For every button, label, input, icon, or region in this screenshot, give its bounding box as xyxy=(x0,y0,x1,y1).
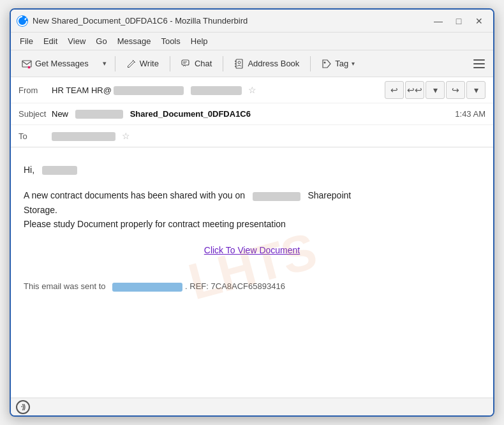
link-paragraph: Click To View Document xyxy=(24,243,480,257)
hamburger-line-2 xyxy=(473,63,485,64)
svg-rect-3 xyxy=(182,60,189,65)
from-redacted-2 xyxy=(191,86,242,95)
get-messages-button[interactable]: Get Messages xyxy=(15,54,96,74)
svg-rect-1 xyxy=(22,61,31,67)
body-line1: A new contract documents has been shared… xyxy=(24,188,480,202)
menu-file[interactable]: File xyxy=(15,34,38,48)
menu-tools[interactable]: Tools xyxy=(156,34,185,48)
email-time: 1:43 AM xyxy=(455,109,485,119)
greeting-redacted xyxy=(42,166,77,175)
write-icon xyxy=(126,59,137,69)
hamburger-line-3 xyxy=(473,67,485,68)
nav-more-button[interactable]: ▾ xyxy=(466,81,485,99)
subject-redacted xyxy=(75,110,123,119)
gap-1 xyxy=(24,177,480,188)
tag-icon xyxy=(322,59,332,69)
menu-bar: File Edit View Go Message Tools Help xyxy=(11,33,493,50)
chat-icon xyxy=(181,59,191,69)
forward-button[interactable]: ↪ xyxy=(446,81,465,99)
hamburger-menu-button[interactable] xyxy=(469,54,489,74)
greeting-line: Hi, xyxy=(24,163,480,177)
subject-bold: Shared_Document_0DFDA1C6 xyxy=(130,109,251,119)
gap-3 xyxy=(24,257,480,269)
write-button[interactable]: Write xyxy=(119,54,166,74)
to-label: To xyxy=(19,131,52,141)
svg-point-11 xyxy=(324,61,326,63)
tag-dropdown-arrow: ▾ xyxy=(352,60,355,67)
get-messages-icon xyxy=(22,59,32,69)
address-book-icon xyxy=(234,59,244,69)
svg-point-7 xyxy=(238,61,241,64)
footer-line: This email was sent to . REF: 7CA8ACF658… xyxy=(24,280,480,294)
footer-redacted xyxy=(112,283,182,292)
gap-2 xyxy=(24,232,480,243)
close-button[interactable]: ✕ xyxy=(470,14,488,28)
separator-1 xyxy=(115,56,115,71)
menu-edit[interactable]: Edit xyxy=(38,34,63,48)
subject-new: New xyxy=(52,109,68,119)
menu-go[interactable]: Go xyxy=(91,34,112,48)
menu-view[interactable]: View xyxy=(63,34,91,48)
from-row: From HR TEAM HR@ ☆ ↩ ↩↩ ▾ ↪ ▾ xyxy=(11,77,493,103)
minimize-button[interactable]: — xyxy=(429,14,447,28)
tag-button[interactable]: Tag ▾ xyxy=(315,54,362,74)
separator-4 xyxy=(310,56,311,71)
thunderbird-icon xyxy=(16,15,29,27)
separator-3 xyxy=(223,56,223,71)
chat-button[interactable]: Chat xyxy=(174,54,219,74)
from-label: From xyxy=(19,86,52,95)
window-controls: — □ ✕ xyxy=(429,14,488,28)
toolbar: Get Messages ▾ Write Chat xyxy=(11,50,493,77)
body-text: Hi, A new contract documents has been sh… xyxy=(24,163,480,294)
star-icon[interactable]: ☆ xyxy=(248,85,256,95)
view-document-link[interactable]: Click To View Document xyxy=(204,245,300,255)
body-line3: Please study Document properly for contr… xyxy=(24,217,480,231)
nav-buttons: ↩ ↩↩ ▾ ↪ ▾ xyxy=(385,81,485,99)
from-value: HR TEAM HR@ ☆ xyxy=(52,85,385,96)
hamburger-line-1 xyxy=(473,59,485,61)
address-book-button[interactable]: Address Book xyxy=(227,54,306,74)
from-text: HR TEAM HR@ xyxy=(52,86,112,95)
email-body: LHTS Hi, A new contract documents has be… xyxy=(11,147,493,398)
maximize-button[interactable]: □ xyxy=(450,14,468,28)
gap-4 xyxy=(24,269,480,280)
subject-row: Subject New Shared_Document_0DFDA1C6 1:4… xyxy=(11,103,493,125)
company-redacted xyxy=(253,192,300,201)
subject-value: New Shared_Document_0DFDA1C6 xyxy=(52,109,450,119)
email-header: From HR TEAM HR@ ☆ ↩ ↩↩ ▾ ↪ ▾ Subject Ne… xyxy=(11,77,493,147)
title-bar: New Shared_Document_0DFDA1C6 - Mozilla T… xyxy=(11,10,493,33)
greeting-hi: Hi, xyxy=(24,165,34,175)
menu-message[interactable]: Message xyxy=(112,34,156,48)
to-star-icon[interactable]: ☆ xyxy=(122,131,130,141)
status-bar: ·)) xyxy=(11,398,493,415)
get-messages-dropdown[interactable]: ▾ xyxy=(98,54,111,74)
window-title: New Shared_Document_0DFDA1C6 - Mozilla T… xyxy=(33,16,429,26)
nav-down-button[interactable]: ▾ xyxy=(426,81,445,99)
to-redacted xyxy=(52,132,115,141)
separator-2 xyxy=(170,56,170,71)
main-window: New Shared_Document_0DFDA1C6 - Mozilla T… xyxy=(10,8,494,417)
menu-help[interactable]: Help xyxy=(186,34,213,48)
body-line2: Storage. xyxy=(24,203,480,217)
reply-button[interactable]: ↩ xyxy=(385,81,404,99)
signal-icon: ·)) xyxy=(16,400,30,414)
reply-all-button[interactable]: ↩↩ xyxy=(405,81,424,99)
from-redacted-1 xyxy=(114,86,184,95)
to-row: To ☆ xyxy=(11,125,493,147)
to-value: ☆ xyxy=(52,131,485,142)
subject-label: Subject xyxy=(19,109,52,119)
